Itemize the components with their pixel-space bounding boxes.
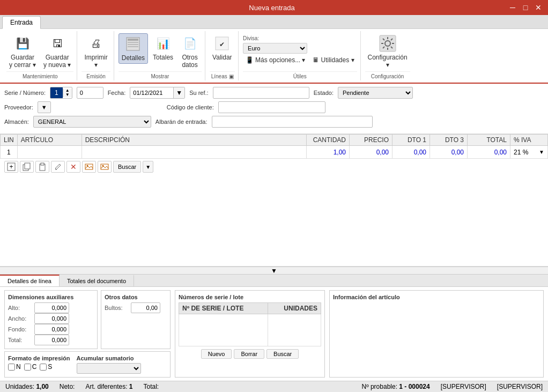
svg-text:+: + xyxy=(9,163,13,171)
tab-totales-documento[interactable]: Totales del documento xyxy=(60,275,134,286)
table-row: 1 1,00 0,00 0,00 0,00 0,00 21 % ▼ xyxy=(1,146,548,159)
cell-dto1[interactable]: 0,00 xyxy=(393,146,430,159)
ribbon-group-configuracion: Configuración▾ Configuración xyxy=(362,31,413,80)
imprimir-button[interactable]: 🖨 Imprimir▾ xyxy=(82,33,110,70)
tab-detalles-linea[interactable]: Detalles de línea xyxy=(0,275,60,286)
guardar-nueva-button[interactable]: 🖫 Guardary nueva ▾ xyxy=(41,33,73,70)
acumular-select[interactable] xyxy=(77,363,141,374)
info-articulo-title: Información del artículo xyxy=(333,294,540,300)
otros-datos-label: Otrosdatos xyxy=(182,54,197,69)
copy-button[interactable] xyxy=(20,161,34,173)
art-diferentes-status: Art. diferentes: 1 xyxy=(85,383,132,390)
serie-arrows: ▲ ▼ xyxy=(63,88,72,97)
total-status: Total: xyxy=(144,383,159,390)
cell-dto3[interactable]: 0,00 xyxy=(430,146,468,159)
fecha-dropdown-button[interactable]: ▼ xyxy=(173,87,184,98)
minimize-button[interactable]: ─ xyxy=(507,2,518,13)
serie-borrar-button[interactable]: Borrar xyxy=(234,349,264,359)
codigo-cliente-input[interactable] xyxy=(218,101,325,113)
gear-icon xyxy=(379,35,396,52)
validar-button[interactable]: ✔ Validar xyxy=(210,33,234,63)
collapse-handle[interactable]: ▼ xyxy=(0,267,548,274)
col-header-descripcion: DESCRIPCIÓN xyxy=(82,135,306,146)
albaran-input[interactable] xyxy=(212,116,373,128)
serie-lote-title: Números de serie / lote xyxy=(179,294,321,300)
save-new-icon: 🖫 xyxy=(49,35,66,52)
unidades-label: Unidades: xyxy=(5,383,34,390)
n-probable-status: Nº probable: 1 - 000024 xyxy=(362,383,430,390)
user2-status: [SUPERVISOR] xyxy=(497,383,543,390)
formato-n-checkbox[interactable] xyxy=(8,364,15,371)
fecha-input[interactable] xyxy=(130,87,173,98)
proveedor-button[interactable]: ▼ xyxy=(38,101,51,113)
ribbon: 💾 Guardary cerrar ▾ 🖫 Guardary nueva ▾ M… xyxy=(0,29,548,84)
ribbon-group-mostrar: Detalles 📊 Totales 📄 Otrosdatos Mostrar xyxy=(115,31,205,80)
title-bar: Nueva entrada ─ □ ✕ xyxy=(0,0,548,15)
ancho-input[interactable] xyxy=(34,313,69,324)
svg-rect-4 xyxy=(128,46,138,47)
alto-label: Alto: xyxy=(8,305,32,311)
totales-button[interactable]: 📊 Totales xyxy=(150,33,176,63)
serie-nuevo-button[interactable]: Nuevo xyxy=(201,349,232,359)
otros-datos-icon: 📄 xyxy=(181,35,198,52)
serie-col1-header: Nº DE SERIE / LOTE xyxy=(179,303,268,314)
buscar-dropdown-button[interactable]: ▼ xyxy=(143,161,153,173)
fondo-input[interactable] xyxy=(34,324,69,335)
n-probable-value: 1 - 000024 xyxy=(399,383,429,390)
cell-iva[interactable]: 21 % ▼ xyxy=(510,146,548,159)
divisa-select[interactable]: Euro USD GBP xyxy=(243,43,307,54)
estado-select[interactable]: Pendiente Confirmado Cerrado xyxy=(338,87,413,99)
otros-datos-title: Otros datos xyxy=(105,294,167,300)
delete-button[interactable]: ✕ xyxy=(66,161,80,173)
bultos-input[interactable] xyxy=(131,302,160,313)
mas-opciones-button[interactable]: 📱Más opciones... ▾ xyxy=(243,55,308,65)
formato-s-checkbox[interactable] xyxy=(40,364,47,371)
n-probable-label: Nº probable: xyxy=(362,383,397,390)
tab-bar: Entrada xyxy=(0,15,548,29)
alto-input[interactable] xyxy=(34,302,69,313)
serie-down-button[interactable]: ▼ xyxy=(63,93,72,97)
table-header: LIN ARTÍCULO DESCRIPCIÓN CANTIDAD PRECIO… xyxy=(1,135,548,146)
col-header-cantidad: CANTIDAD xyxy=(307,135,350,146)
serie-buscar-button[interactable]: Buscar xyxy=(266,349,299,359)
form-row-2: Proveedor: ▼ Código de cliente: xyxy=(4,101,544,113)
cell-total[interactable]: 0,00 xyxy=(468,146,510,159)
iva-dropdown-button[interactable]: ▼ xyxy=(539,149,544,155)
cell-descripcion[interactable] xyxy=(82,146,306,159)
table-area: LIN ARTÍCULO DESCRIPCIÓN CANTIDAD PRECIO… xyxy=(0,134,548,267)
serie-buttons: Nuevo Borrar Buscar xyxy=(179,349,321,359)
col-header-articulo: ARTÍCULO xyxy=(17,135,82,146)
configuracion-button[interactable]: Configuración▾ xyxy=(365,33,410,70)
configuracion-group-label: Configuración xyxy=(365,71,410,80)
edit-button[interactable] xyxy=(51,161,65,173)
image2-button[interactable] xyxy=(98,161,112,173)
paste-button[interactable] xyxy=(35,161,49,173)
utilidades-button[interactable]: 🖩Utilidades ▾ xyxy=(310,55,357,65)
maximize-button[interactable]: □ xyxy=(520,2,531,13)
ribbon-group-mantenimiento: 💾 Guardary cerrar ▾ 🖫 Guardary nueva ▾ M… xyxy=(3,31,77,80)
cell-cantidad[interactable]: 1,00 xyxy=(307,146,350,159)
total-dim-input[interactable] xyxy=(34,335,69,345)
almacen-select[interactable]: GENERAL xyxy=(33,116,151,128)
cell-precio[interactable]: 0,00 xyxy=(350,146,393,159)
mantenimiento-label: Mantenimiento xyxy=(6,71,73,80)
numero-input[interactable] xyxy=(77,87,103,99)
buscar-button[interactable]: Buscar xyxy=(113,161,141,173)
utiles-label: Útiles xyxy=(243,71,357,80)
col-header-lin: LIN xyxy=(1,135,18,146)
cell-articulo[interactable] xyxy=(17,146,82,159)
otros-datos-button[interactable]: 📄 Otrosdatos xyxy=(178,33,202,70)
new-row-button[interactable]: + xyxy=(4,161,18,173)
detalles-button[interactable]: Detalles xyxy=(119,33,148,64)
guardar-cerrar-button[interactable]: 💾 Guardary cerrar ▾ xyxy=(6,33,39,70)
image1-button[interactable] xyxy=(82,161,96,173)
form-row-3: Almacén: GENERAL Albarán de entrada: xyxy=(4,116,544,128)
close-button[interactable]: ✕ xyxy=(533,2,544,13)
serie-table: Nº DE SERIE / LOTE UNIDADES xyxy=(179,302,321,346)
serie-label: Serie / Número: xyxy=(4,90,46,96)
bultos-row: Bultos: xyxy=(105,302,167,313)
su-ref-input[interactable] xyxy=(213,87,309,99)
formato-c-checkbox[interactable] xyxy=(24,364,31,371)
serie-spinner: 1 ▲ ▼ xyxy=(50,87,72,99)
tab-entrada[interactable]: Entrada xyxy=(2,16,41,29)
